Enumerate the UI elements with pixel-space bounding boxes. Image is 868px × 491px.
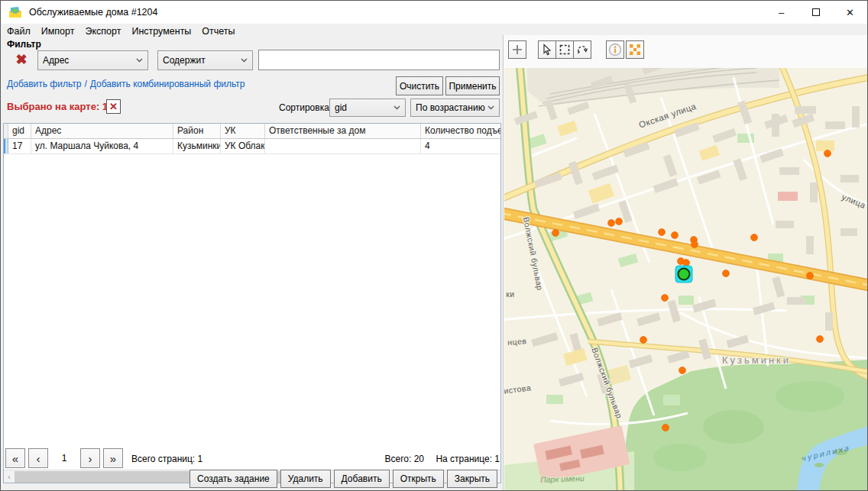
house-dot[interactable] — [662, 425, 669, 431]
close-icon: ✕ — [109, 101, 118, 112]
footer-button-1[interactable]: Удалить — [280, 470, 331, 488]
filter-links: Добавить фильтр/Добавить комбинированный… — [7, 79, 245, 89]
chevron-down-icon — [394, 105, 400, 110]
app-logo-icon — [8, 5, 23, 20]
filter-value-input[interactable] — [258, 50, 500, 70]
table-row[interactable]: 17ул. Маршала Чуйкова, 4КузьминкиУК Обла… — [4, 139, 500, 154]
chevron-down-icon — [241, 58, 248, 63]
filter-operator-value: Содержит — [163, 55, 206, 66]
sort-direction-value: По возрастанию — [416, 102, 485, 113]
add-filter-link[interactable]: Добавить фильтр — [7, 79, 81, 89]
selected-house-marker[interactable] — [675, 266, 692, 283]
footer-button-0[interactable]: Создать задание — [189, 470, 277, 488]
footer-button-2[interactable]: Добавить — [334, 470, 390, 488]
minimize-button[interactable]: – — [764, 1, 798, 24]
filter-clear-icon[interactable]: ✖ — [13, 51, 30, 68]
clear-button[interactable]: Очистить — [396, 76, 443, 95]
sort-direction-select[interactable]: По возрастанию — [410, 99, 500, 117]
house-dot[interactable] — [552, 230, 559, 237]
filter-operator-select[interactable]: Содержит — [157, 50, 253, 70]
menu-item-0[interactable]: Файл — [7, 26, 31, 37]
rect-select-icon[interactable] — [555, 40, 574, 59]
map-toolbar — [504, 35, 868, 68]
house-dot[interactable] — [817, 336, 824, 343]
lasso-select-icon[interactable] — [573, 40, 591, 59]
house-dot[interactable] — [608, 220, 615, 227]
table-cell: Кузьминки — [173, 139, 221, 153]
house-dot[interactable] — [723, 270, 730, 277]
selection-clear-button[interactable]: ✕ — [106, 99, 121, 114]
column-header-0[interactable]: gid — [8, 124, 31, 138]
house-dot[interactable] — [691, 241, 698, 248]
selected-on-map-label: Выбрано на карте: 1 — [7, 101, 108, 112]
double-chevron-left-icon: « — [12, 452, 18, 465]
apply-button[interactable]: Применить — [445, 76, 500, 95]
column-header-4[interactable]: Ответственные за дом — [265, 124, 421, 138]
column-header-3[interactable]: УК — [221, 124, 265, 138]
first-page-button[interactable]: « — [5, 448, 25, 468]
house-dot[interactable] — [683, 260, 690, 266]
filter-field-value: Адрес — [43, 55, 69, 66]
footer-buttons: Создать заданиеУдалитьДобавитьОткрытьЗак… — [1, 470, 497, 488]
link-separator: / — [84, 79, 86, 89]
menu-item-2[interactable]: Экспорт — [85, 26, 121, 37]
sort-field-value: gid — [335, 102, 347, 113]
house-dot[interactable] — [679, 367, 686, 374]
maximize-button[interactable] — [798, 1, 833, 24]
next-page-button[interactable]: › — [80, 448, 100, 468]
menu-item-4[interactable]: Отчеты — [202, 26, 235, 37]
chevron-left-icon: ‹ — [37, 452, 40, 465]
crosshair-icon[interactable] — [508, 40, 526, 59]
menu-item-1[interactable]: Импорт — [41, 26, 75, 37]
house-dot[interactable] — [616, 218, 623, 225]
chevron-right-icon: › — [89, 452, 92, 465]
filter-section-label: Фильтр — [7, 39, 41, 50]
table-cell: УК Облака — [221, 139, 265, 153]
map-panel: Окская улицаулицаВолжский бульварВолжски… — [503, 35, 868, 491]
add-combined-filter-link[interactable]: Добавить комбинированный фильтр — [90, 79, 245, 89]
filter-field-select[interactable]: Адрес — [37, 50, 148, 70]
house-dot[interactable] — [640, 337, 647, 344]
close-button[interactable]: ✕ — [833, 1, 867, 24]
table-cell: 4 — [421, 139, 501, 153]
title-bar: Обслуживаемые дома #1204 – ✕ — [1, 1, 867, 24]
map-canvas[interactable]: Окская улицаулицаВолжский бульварВолжски… — [504, 68, 868, 491]
map-label: Кузьминки — [722, 354, 791, 366]
house-dot[interactable] — [751, 234, 758, 241]
total-records-label: Всего: 20 — [385, 454, 424, 464]
info-icon[interactable] — [606, 40, 624, 59]
pagination: « ‹ 1 › » Всего страниц: 1 Всего: 20 На … — [3, 448, 501, 470]
column-header-2[interactable]: Район — [173, 124, 221, 138]
column-header-1[interactable]: Адрес — [31, 124, 173, 138]
cursor-select-icon[interactable] — [538, 40, 556, 59]
per-page-label: На странице: 1 — [436, 454, 500, 464]
app-window: Обслуживаемые дома #1204 – ✕ ФайлИмпортЭ… — [0, 0, 868, 491]
current-page: 1 — [53, 453, 75, 464]
table-cell: 17 — [8, 139, 31, 153]
chevron-down-icon — [487, 105, 494, 110]
house-dot[interactable] — [662, 295, 669, 302]
house-dot[interactable] — [672, 232, 679, 239]
maximize-icon — [812, 8, 820, 16]
footer-button-3[interactable]: Открыть — [393, 470, 444, 488]
house-dot[interactable] — [807, 273, 814, 279]
last-page-button[interactable]: » — [103, 448, 123, 468]
double-chevron-right-icon: » — [110, 452, 116, 465]
sort-field-select[interactable]: gid — [329, 99, 406, 117]
map-label: ки — [506, 289, 514, 299]
house-dot[interactable] — [659, 229, 666, 236]
menu-item-3[interactable]: Инструменты — [131, 26, 191, 37]
footer-button-4[interactable]: Закрыть — [447, 470, 497, 488]
table-body: 17ул. Маршала Чуйкова, 4КузьминкиУК Обла… — [4, 139, 500, 154]
sorting-label: Сортировка — [279, 102, 329, 113]
house-dot[interactable] — [824, 150, 831, 157]
chevron-down-icon — [136, 58, 143, 63]
map-svg: Окская улицаулицаВолжский бульварВолжски… — [504, 68, 868, 491]
column-header-5[interactable]: Количество подъездов — [421, 124, 501, 138]
cluster-select-icon[interactable] — [626, 40, 644, 59]
prev-page-button[interactable]: ‹ — [28, 448, 48, 468]
window-title: Обслуживаемые дома #1204 — [29, 7, 157, 18]
houses-table: gidАдресРайонУКОтветственные за домКолич… — [3, 123, 501, 483]
map-label: нцев — [507, 336, 527, 347]
table-cell — [265, 139, 421, 153]
